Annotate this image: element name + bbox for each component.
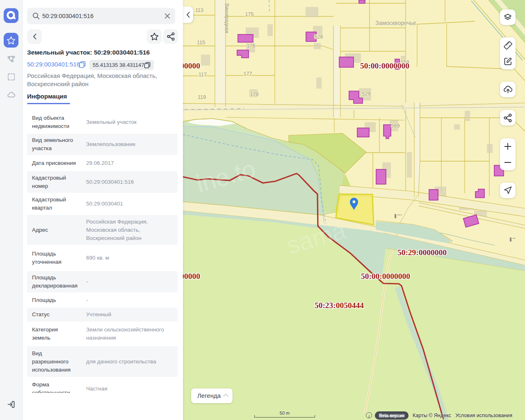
svg-text:50:00:0000000: 50:00:0000000 — [361, 272, 410, 281]
svg-text:178: 178 — [250, 91, 259, 97]
svg-text:50:00:0000000: 50:00:0000000 — [183, 272, 200, 281]
svg-text:113: 113 — [195, 7, 203, 13]
svg-text:119: 119 — [198, 94, 206, 100]
svg-text:117: 117 — [199, 72, 207, 78]
svg-text:175: 175 — [245, 11, 254, 17]
svg-text:177: 177 — [244, 71, 252, 77]
svg-text:50:00:0000000: 50:00:0000000 — [360, 62, 409, 70]
svg-text:Замоскворечье: Замоскворечье — [375, 20, 416, 26]
svg-text:176: 176 — [247, 43, 256, 49]
svg-text:50:29:0000000: 50:29:0000000 — [397, 248, 447, 257]
svg-text:50:00:0000000: 50:00:0000000 — [183, 62, 200, 70]
svg-text:529: 529 — [362, 91, 371, 97]
svg-text:115: 115 — [197, 40, 205, 46]
svg-text:569: 569 — [391, 123, 400, 129]
svg-text:526: 526 — [315, 34, 323, 40]
svg-text:Виноградная: Виноградная — [224, 3, 230, 33]
svg-text:50:23:0050444: 50:23:0050444 — [315, 301, 364, 310]
